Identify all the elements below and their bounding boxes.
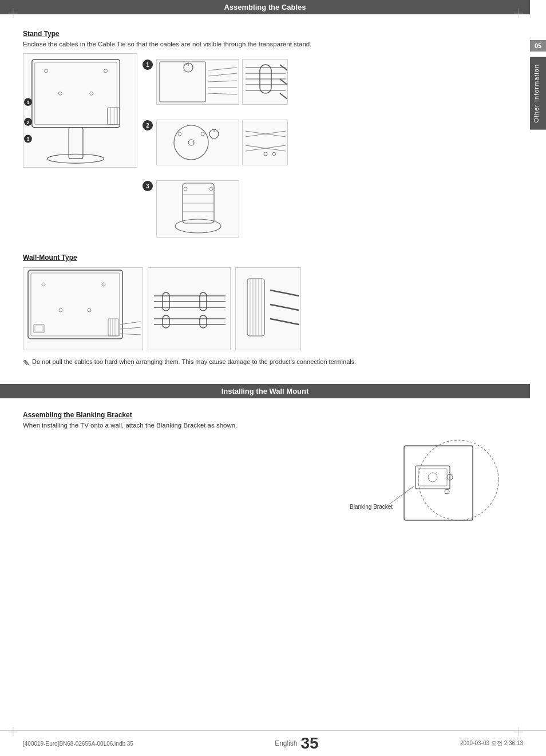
- wall-mount-tv-diagram: [23, 267, 143, 350]
- stand-type-title: Stand Type: [23, 30, 507, 38]
- step1-diagram-b: [242, 59, 288, 105]
- svg-text:2: 2: [26, 120, 29, 125]
- svg-line-105: [387, 486, 414, 506]
- svg-line-42: [280, 93, 287, 99]
- wall-mount-cable-diagram2: [235, 267, 301, 350]
- step3-indicator: 3: [142, 180, 153, 193]
- svg-point-56: [272, 152, 276, 156]
- svg-line-30: [208, 73, 237, 76]
- step2-diagram-a: [156, 120, 239, 165]
- page-number-area: English 35: [275, 734, 319, 753]
- step1-row: 1: [142, 59, 288, 105]
- wall-mount-section: Wall-Mount Type: [23, 254, 507, 350]
- svg-text:3: 3: [146, 183, 149, 189]
- svg-point-18: [45, 69, 48, 73]
- wall-mount-title: Wall-Mount Type: [23, 254, 507, 262]
- note-icon: ✎: [23, 358, 30, 367]
- step3-diagram: [156, 180, 239, 238]
- blanking-bracket-section: Assembling the Blanking Bracket When ins…: [0, 398, 530, 573]
- blanking-bracket-diagram-area: Blanking Bracket: [23, 434, 507, 539]
- svg-rect-73: [35, 326, 43, 331]
- blanking-bracket-description: When installing the TV onto a wall, atta…: [23, 422, 507, 429]
- svg-rect-8: [108, 108, 120, 125]
- blanking-bracket-diagram: Blanking Bracket: [347, 434, 507, 539]
- svg-line-41: [280, 79, 287, 85]
- svg-text:3: 3: [26, 136, 29, 142]
- svg-point-55: [264, 152, 267, 156]
- svg-point-49: [178, 132, 181, 136]
- svg-point-60: [175, 219, 221, 233]
- svg-rect-24: [158, 60, 239, 104]
- svg-text:Blanking Bracket: Blanking Bracket: [350, 504, 393, 510]
- page-number: 35: [301, 734, 319, 753]
- stand-left-diagram: 1 2 3: [23, 53, 137, 168]
- section-header-cables: Assembling the Cables: [0, 0, 530, 14]
- blanking-bracket-title: Assembling the Blanking Bracket: [23, 411, 507, 419]
- svg-line-31: [208, 81, 237, 82]
- stand-main-diagram: 1 2 3: [23, 53, 137, 168]
- svg-rect-88: [163, 315, 169, 328]
- language-label: English: [275, 739, 297, 747]
- svg-rect-102: [418, 469, 447, 486]
- svg-text:1: 1: [146, 62, 149, 68]
- svg-line-29: [208, 68, 237, 70]
- corner-mark-tr: [514, 9, 523, 20]
- corner-mark-br: [514, 727, 523, 739]
- svg-line-97: [270, 304, 299, 310]
- corner-mark-bl: [9, 727, 18, 739]
- step1-indicator: 1: [142, 59, 153, 72]
- svg-rect-100: [404, 446, 473, 520]
- stand-step-diagrams: 1: [142, 53, 288, 243]
- svg-point-71: [88, 308, 91, 312]
- svg-point-65: [209, 187, 213, 191]
- svg-point-68: [42, 283, 45, 286]
- step3-row: 3: [142, 180, 288, 238]
- stand-type-diagrams: 1 2 3: [23, 53, 507, 243]
- svg-point-50: [201, 132, 204, 136]
- step1-diagram-a: [156, 59, 239, 105]
- wall-mount-cable-diagram1: [148, 267, 231, 350]
- svg-text:1: 1: [26, 100, 29, 105]
- svg-text:2: 2: [146, 122, 149, 129]
- step2-row: 2: [142, 120, 288, 165]
- main-content: Stand Type Enclose the cables in the Cab…: [0, 14, 530, 384]
- svg-rect-101: [416, 466, 450, 489]
- svg-rect-5: [35, 62, 117, 125]
- footer-file: [400019-Euro]BN68-02655A-00L06.indb 35: [23, 741, 133, 747]
- side-tab-label: Other Information: [530, 57, 546, 130]
- svg-point-69: [102, 283, 105, 286]
- step2-indicator: 2: [142, 120, 153, 133]
- svg-point-99: [418, 440, 498, 520]
- svg-point-104: [445, 489, 449, 494]
- step2-diagram-b: [242, 120, 288, 165]
- svg-point-70: [59, 308, 62, 312]
- page-container: 05 Other Information Assembling the Cabl…: [0, 0, 546, 756]
- section-header-wall-mount: Installing the Wall Mount: [0, 384, 530, 398]
- wall-mount-diagrams: [23, 267, 507, 350]
- section-title-cables: Assembling the Cables: [224, 3, 306, 11]
- section-title-wall-mount: Installing the Wall Mount: [221, 387, 309, 395]
- svg-point-21: [90, 92, 93, 95]
- note-section: ✎ Do not pull the cables too hard when a…: [23, 358, 507, 367]
- page-footer: [400019-Euro]BN68-02655A-00L06.indb 35 E…: [0, 730, 546, 756]
- svg-rect-74: [108, 319, 118, 336]
- svg-rect-25: [160, 62, 205, 102]
- svg-line-98: [270, 319, 299, 324]
- svg-point-64: [184, 187, 187, 191]
- svg-line-96: [270, 290, 299, 296]
- side-tab-number: 05: [530, 40, 546, 52]
- svg-point-108: [428, 473, 437, 482]
- corner-mark-tl: [9, 9, 18, 20]
- svg-rect-89: [200, 315, 207, 328]
- svg-point-20: [58, 92, 62, 95]
- svg-point-19: [104, 69, 108, 73]
- note-text: Do not pull the cables too hard when arr…: [32, 358, 356, 365]
- svg-line-33: [208, 93, 237, 94]
- svg-point-46: [188, 140, 194, 145]
- footer-date: 2010-03-03 오전 2:36:13: [460, 739, 523, 747]
- svg-point-45: [174, 125, 208, 160]
- stand-type-description: Enclose the cables in the Cable Tie so t…: [23, 41, 507, 48]
